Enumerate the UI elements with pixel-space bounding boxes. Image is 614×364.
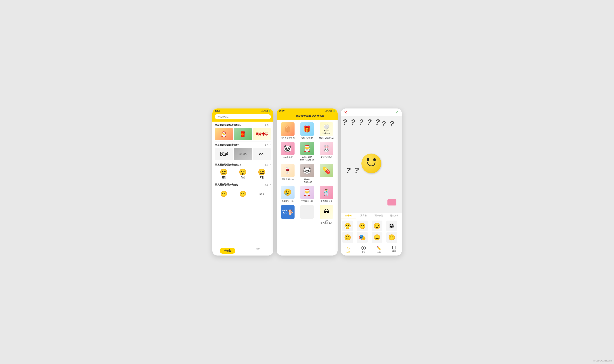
sticker-thumb[interactable]: 🎅	[215, 128, 233, 140]
tab-jinguan[interactable]: 金馆长	[341, 213, 356, 219]
tab-jinjin[interactable]: 烫金文字	[387, 213, 402, 219]
sticker-img-1: 🥚	[281, 122, 295, 136]
editor-sticker-1[interactable]: 😤	[342, 221, 353, 231]
sticker-item-2[interactable]: 🎁 等拆圣诞礼物	[297, 121, 317, 140]
watermark: TC社区 www.tcsqw.com	[593, 360, 612, 362]
editor-sticker-8[interactable]: 😶	[386, 232, 397, 243]
editor-sticker-7[interactable]: 😑	[372, 232, 382, 243]
phone3-canvas[interactable]: ? ? ? ? ? ? ? ? ?	[341, 116, 402, 213]
sticker-thumb[interactable]: 圆家幸福	[253, 128, 271, 140]
sticker-thumb[interactable]: ne ♥	[253, 188, 271, 200]
sticker-item-10[interactable]: 😢 圣诞节求脱单	[278, 184, 297, 204]
search-input[interactable]	[215, 114, 271, 119]
sticker-label-1: 祝个圣诞帽送你	[281, 137, 295, 139]
sticker-img-13: 圣诞没人约 🐕	[281, 205, 295, 219]
section-2-more[interactable]: 更多 >	[265, 183, 271, 186]
sticker-img-15: 🕶	[320, 205, 333, 219]
draw-icon: ✏️	[377, 246, 381, 250]
editor-sticker-4[interactable]: 👨‍👩‍👧	[386, 221, 397, 231]
section-2-title: 朋友圈评论爆火表情包2	[215, 183, 239, 186]
phone2-battery: 🔋	[333, 110, 335, 112]
editor-sticker-6[interactable]: 🎭	[357, 232, 368, 243]
sticker-item-15[interactable]: 🕶 在吗 平安夜出来约	[317, 204, 336, 226]
tab-stickers-btn[interactable]: 表情包	[220, 248, 235, 254]
phone1-status-bar: 10:09 ...1.7M/s 🔋	[212, 108, 273, 113]
tool-text[interactable]: T 文字	[356, 246, 371, 254]
smiley-eye-left	[367, 158, 369, 161]
sticker-item-1[interactable]: 🥚 祝个圣诞帽送你	[278, 121, 297, 140]
smiley-eye-right	[373, 158, 376, 161]
sticker-img-6: 🐰	[320, 142, 333, 155]
sticker-label-6: 圣诞节约不约	[321, 156, 332, 158]
sticker-item-4[interactable]: 🐼 你的圣诞帽	[278, 140, 297, 162]
crop-icon	[392, 246, 396, 249]
sticker-label-7: 平安夜喝一杯	[282, 178, 294, 181]
sticker-img-5: 🎅	[300, 142, 314, 155]
sticker-thumb[interactable]: 😑 噻!	[215, 168, 233, 180]
phone2-nav-bar: ← 朋友圈评论爆火表情包3	[277, 113, 338, 120]
sticker-item-13-special[interactable]: 圣诞没人约 🐕	[278, 204, 297, 226]
sticker-img-11: 🎅	[300, 186, 314, 199]
tab-nolian[interactable]: 没有脸	[356, 213, 371, 219]
section-11: 朋友圈评论爆火表情包11 更多 > 🎅 🧧 圆家幸福	[212, 122, 273, 141]
sticker-thumb[interactable]: ool	[253, 148, 271, 160]
sticker-label-12: 平安夜嗨起来	[321, 200, 332, 202]
sticker-label-10: 圣诞节求脱单	[282, 200, 294, 202]
phone3-sticker-grid: 😤 😐 😵 👨‍👩‍👧 😕 🎭 😑 😶	[341, 219, 402, 244]
close-button[interactable]: ✕	[344, 110, 347, 115]
sticker-item-8[interactable]: 🐼 单身狗 不配过圣诞	[297, 162, 317, 184]
tool-draw[interactable]: ✏️ 涂鸦	[371, 246, 387, 254]
phone2-time: 10:09	[279, 110, 285, 112]
editor-sticker-5[interactable]: 😕	[342, 232, 353, 243]
sticker-thumb[interactable]: 😐	[215, 188, 233, 200]
section-2: 朋友圈评论爆火表情包2 更多 > 😐 😶 ne ♥	[212, 181, 273, 201]
phone3: ✕ ✓ ? ? ? ? ? ? ? ? ?	[341, 108, 402, 256]
sticker-thumb[interactable]: 🧧	[234, 128, 252, 140]
phone2-signal: ...64.0k/s	[325, 110, 332, 112]
sticker-item-11[interactable]: 🎅 平安夜出去嗨	[297, 184, 317, 204]
sticker-thumb[interactable]: UCK	[234, 148, 252, 160]
phone2: 10:09 ...64.0k/s 🔋 ← 朋友圈评论爆火表情包3 🥚 祝个圣诞帽…	[277, 108, 338, 256]
sticker-item-3[interactable]: 🤍 MerryChristmas Merry Christmas	[317, 121, 336, 140]
sticker-label-8: 单身狗 不配过圣诞	[302, 178, 312, 183]
sticker-label-15: 在吗 平安夜出来约	[321, 220, 332, 225]
phone3-tabs: 金馆长 没有脸 面部表情 烫金文字	[341, 213, 402, 219]
smiley-face	[361, 154, 381, 173]
sticker-item-7[interactable]: 🍷 平安夜喝一杯	[278, 162, 297, 184]
sticker-item-14	[297, 204, 317, 226]
section-14-more[interactable]: 更多 >	[265, 163, 271, 166]
sticker-thumb[interactable]: 😲 哇!	[234, 168, 252, 180]
phone3-editor-nav: ✕ ✓	[341, 108, 402, 116]
back-button[interactable]: ←	[279, 114, 282, 118]
sticker-item-6[interactable]: 🐰 圣诞节约不约	[317, 140, 336, 162]
editor-sticker-3[interactable]: 😵	[372, 221, 382, 231]
section-14: 朋友圈评论爆火表情包14 更多 > 😑 噻! 😲 哇!	[212, 161, 273, 181]
sticker-item-12[interactable]: 🕺 平安夜嗨起来	[317, 184, 336, 204]
sticker-thumb[interactable]: 😄 耶!	[253, 168, 271, 180]
sticker-icon: ☺	[346, 246, 350, 250]
tool-crop[interactable]: 裁剪	[387, 246, 402, 254]
section-11-stickers: 🎅 🧧 圆家幸福	[215, 128, 271, 140]
text-icon: T	[361, 246, 366, 250]
tab-stickers[interactable]: 表情包	[212, 246, 243, 256]
editor-sticker-2[interactable]: 😐	[357, 221, 368, 231]
tool-crop-label: 裁剪	[392, 250, 396, 253]
confirm-button[interactable]: ✓	[395, 110, 399, 115]
tool-sticker-label: 贴图	[346, 251, 350, 254]
smiley-eyes	[367, 158, 376, 161]
tab-mine[interactable]: 我的	[243, 246, 273, 256]
section-11-more[interactable]: 更多 >	[265, 124, 271, 127]
tab-biaoqing[interactable]: 面部表情	[371, 213, 387, 219]
phone1-tab-bar: 表情包 我的	[212, 246, 273, 256]
tool-text-label: 文字	[362, 251, 366, 253]
phone2-status-icons: ...64.0k/s 🔋	[325, 110, 335, 112]
tab-mine-label: 我的	[256, 248, 260, 250]
tool-sticker[interactable]: ☺ 贴图	[341, 246, 356, 254]
sticker-thumb[interactable]: 😶	[234, 188, 252, 200]
sticker-item-5[interactable]: 🎅 你的小可爱 想要个圣诞礼物	[297, 140, 317, 162]
phone1-time: 10:09	[215, 110, 221, 112]
section-4: 朋友圈评论爆火表情包4 更多 > 找屏 UCK ool	[212, 142, 273, 161]
sticker-thumb[interactable]: 找屏	[215, 148, 233, 160]
sticker-item-9[interactable]: 💊	[317, 162, 336, 184]
section-4-more[interactable]: 更多 >	[265, 143, 271, 146]
